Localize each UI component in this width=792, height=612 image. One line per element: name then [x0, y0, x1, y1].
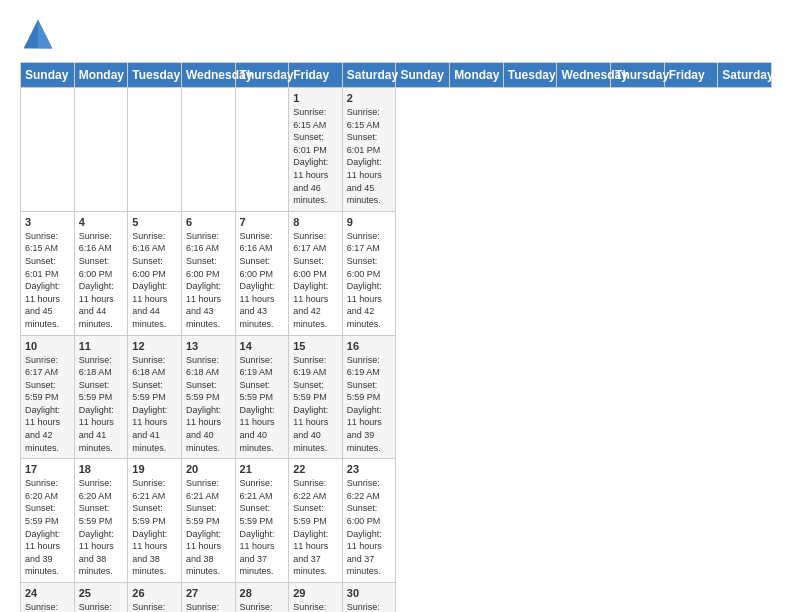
cell-text: Sunset: 5:59 PM	[79, 502, 124, 527]
cell-text: Daylight: 11 hours	[240, 404, 285, 429]
header-saturday: Saturday	[342, 63, 396, 88]
cell-text: Sunrise: 6:17 AM	[293, 230, 338, 255]
cell-text: Daylight: 11 hours	[132, 280, 177, 305]
week-row-3: 10Sunrise: 6:17 AMSunset: 5:59 PMDayligh…	[21, 335, 772, 459]
cell-text: Sunrise: 6:19 AM	[240, 354, 285, 379]
day-number: 11	[79, 340, 124, 352]
header-sunday: Sunday	[21, 63, 75, 88]
cell-text: Sunset: 6:00 PM	[240, 255, 285, 280]
cell-text: Sunset: 6:00 PM	[79, 255, 124, 280]
cell-5-2: 25Sunrise: 6:23 AMSunset: 6:00 PMDayligh…	[74, 583, 128, 613]
cell-text: Sunrise: 6:22 AM	[347, 477, 392, 502]
cell-1-7: 2Sunrise: 6:15 AMSunset: 6:01 PMDaylight…	[342, 88, 396, 212]
cell-text: Sunrise: 6:24 AM	[186, 601, 231, 612]
cell-text: Sunrise: 6:21 AM	[186, 477, 231, 502]
cell-text: Sunset: 5:59 PM	[79, 379, 124, 404]
cell-text: Sunset: 5:59 PM	[293, 502, 338, 527]
cell-text: and 38 minutes.	[79, 553, 124, 578]
header-day-sunday: Sunday	[396, 63, 450, 88]
svg-marker-1	[38, 20, 52, 49]
cell-2-7: 9Sunrise: 6:17 AMSunset: 6:00 PMDaylight…	[342, 211, 396, 335]
cell-2-3: 5Sunrise: 6:16 AMSunset: 6:00 PMDaylight…	[128, 211, 182, 335]
cell-text: and 46 minutes.	[293, 182, 338, 207]
cell-text: Daylight: 11 hours	[25, 280, 70, 305]
cell-1-2	[74, 88, 128, 212]
cell-text: and 39 minutes.	[25, 553, 70, 578]
cell-text: Daylight: 11 hours	[293, 280, 338, 305]
week-row-1: 1Sunrise: 6:15 AMSunset: 6:01 PMDaylight…	[21, 88, 772, 212]
cell-text: and 38 minutes.	[132, 553, 177, 578]
header-monday: Monday	[74, 63, 128, 88]
cell-text: Sunset: 6:00 PM	[186, 255, 231, 280]
cell-text: and 45 minutes.	[25, 305, 70, 330]
cell-text: and 37 minutes.	[240, 553, 285, 578]
cell-3-1: 10Sunrise: 6:17 AMSunset: 5:59 PMDayligh…	[21, 335, 75, 459]
cell-3-6: 15Sunrise: 6:19 AMSunset: 5:59 PMDayligh…	[289, 335, 343, 459]
day-number: 26	[132, 587, 177, 599]
cell-text: Daylight: 11 hours	[186, 280, 231, 305]
cell-text: Sunset: 5:59 PM	[347, 379, 392, 404]
cell-1-3	[128, 88, 182, 212]
cell-text: and 42 minutes.	[293, 305, 338, 330]
cell-text: Sunrise: 6:15 AM	[347, 106, 392, 131]
cell-text: Daylight: 11 hours	[240, 528, 285, 553]
cell-text: Daylight: 11 hours	[25, 404, 70, 429]
cell-4-4: 20Sunrise: 6:21 AMSunset: 5:59 PMDayligh…	[181, 459, 235, 583]
cell-text: and 39 minutes.	[347, 429, 392, 454]
cell-2-2: 4Sunrise: 6:16 AMSunset: 6:00 PMDaylight…	[74, 211, 128, 335]
cell-2-4: 6Sunrise: 6:16 AMSunset: 6:00 PMDaylight…	[181, 211, 235, 335]
day-number: 1	[293, 92, 338, 104]
cell-text: and 43 minutes.	[186, 305, 231, 330]
cell-text: Daylight: 11 hours	[132, 528, 177, 553]
day-number: 18	[79, 463, 124, 475]
day-number: 8	[293, 216, 338, 228]
cell-text: Sunrise: 6:16 AM	[132, 230, 177, 255]
cell-text: and 43 minutes.	[240, 305, 285, 330]
cell-text: Sunrise: 6:15 AM	[25, 230, 70, 255]
cell-text: Daylight: 11 hours	[25, 528, 70, 553]
cell-text: Daylight: 11 hours	[293, 528, 338, 553]
cell-2-1: 3Sunrise: 6:15 AMSunset: 6:01 PMDaylight…	[21, 211, 75, 335]
cell-text: Sunset: 6:01 PM	[25, 255, 70, 280]
day-number: 5	[132, 216, 177, 228]
cell-text: Daylight: 11 hours	[79, 280, 124, 305]
cell-2-5: 7Sunrise: 6:16 AMSunset: 6:00 PMDaylight…	[235, 211, 289, 335]
day-number: 22	[293, 463, 338, 475]
cell-text: Sunrise: 6:22 AM	[293, 477, 338, 502]
cell-text: Sunset: 5:59 PM	[25, 379, 70, 404]
day-number: 19	[132, 463, 177, 475]
cell-3-2: 11Sunrise: 6:18 AMSunset: 5:59 PMDayligh…	[74, 335, 128, 459]
header-wednesday: Wednesday	[181, 63, 235, 88]
cell-text: Sunset: 5:59 PM	[240, 502, 285, 527]
cell-text: Sunrise: 6:19 AM	[347, 354, 392, 379]
cell-text: Daylight: 11 hours	[293, 404, 338, 429]
week-row-2: 3Sunrise: 6:15 AMSunset: 6:01 PMDaylight…	[21, 211, 772, 335]
header-friday: Friday	[289, 63, 343, 88]
day-number: 13	[186, 340, 231, 352]
header-day-thursday: Thursday	[611, 63, 665, 88]
cell-text: Daylight: 11 hours	[347, 156, 392, 181]
cell-text: Daylight: 11 hours	[186, 404, 231, 429]
day-number: 20	[186, 463, 231, 475]
header-day-wednesday: Wednesday	[557, 63, 611, 88]
cell-text: Sunrise: 6:16 AM	[186, 230, 231, 255]
day-number: 14	[240, 340, 285, 352]
cell-4-3: 19Sunrise: 6:21 AMSunset: 5:59 PMDayligh…	[128, 459, 182, 583]
cell-3-4: 13Sunrise: 6:18 AMSunset: 5:59 PMDayligh…	[181, 335, 235, 459]
cell-4-1: 17Sunrise: 6:20 AMSunset: 5:59 PMDayligh…	[21, 459, 75, 583]
cell-text: Sunrise: 6:19 AM	[293, 354, 338, 379]
page: SundayMondayTuesdayWednesdayThursdayFrid…	[0, 0, 792, 612]
cell-text: Sunrise: 6:16 AM	[79, 230, 124, 255]
cell-text: Sunrise: 6:24 AM	[132, 601, 177, 612]
day-number: 24	[25, 587, 70, 599]
day-number: 10	[25, 340, 70, 352]
header-day-saturday: Saturday	[718, 63, 772, 88]
cell-text: and 41 minutes.	[79, 429, 124, 454]
cell-text: and 42 minutes.	[347, 305, 392, 330]
header-thursday: Thursday	[235, 63, 289, 88]
day-number: 16	[347, 340, 392, 352]
day-number: 2	[347, 92, 392, 104]
cell-5-1: 24Sunrise: 6:23 AMSunset: 6:00 PMDayligh…	[21, 583, 75, 613]
cell-text: Sunset: 6:00 PM	[293, 255, 338, 280]
day-number: 4	[79, 216, 124, 228]
